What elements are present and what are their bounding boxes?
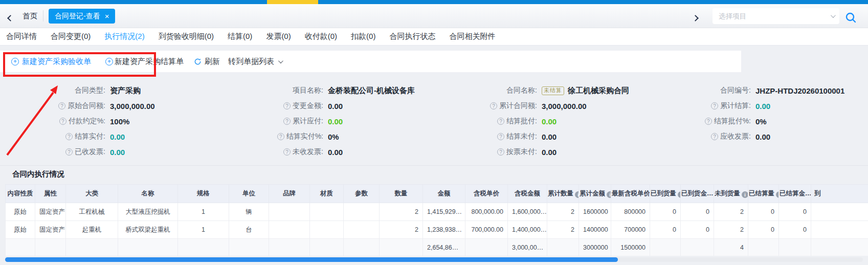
- info-icon[interactable]: i: [776, 191, 779, 198]
- table-column-header: 已结算量i: [748, 185, 779, 203]
- table-cell: 1,415,929…: [423, 203, 465, 221]
- table-cell: [310, 239, 344, 256]
- info-icon[interactable]: i: [575, 191, 579, 198]
- field-label: ?变更金额:: [220, 101, 323, 111]
- table-column-header: 规格: [178, 185, 229, 203]
- info-icon[interactable]: i: [742, 191, 748, 198]
- table-cell: 3,000,00…: [508, 239, 547, 256]
- help-icon[interactable]: ?: [497, 133, 504, 140]
- table-cell: [650, 239, 681, 256]
- table-cell: [229, 239, 269, 256]
- nav-tab[interactable]: 扣款(0): [351, 32, 375, 41]
- table-column-header: 含税金额: [508, 185, 547, 203]
- help-icon[interactable]: ?: [711, 133, 718, 140]
- table-row[interactable]: 原始固定资产起重机桥式双梁起重机1台21,238,938…700,000.001…: [6, 221, 868, 239]
- summary-field: ?已收发票:0.00: [0, 144, 220, 160]
- help-icon[interactable]: ?: [283, 102, 291, 109]
- new-asset-settlement-button[interactable]: + 新建资产采购结算单: [105, 57, 184, 67]
- project-select[interactable]: 选择项目: [713, 8, 839, 24]
- nav-tab[interactable]: 发票(0): [266, 32, 291, 41]
- nav-tab[interactable]: 合同变更(0): [51, 32, 91, 41]
- refresh-button[interactable]: 刷新: [194, 57, 220, 67]
- table-totals-row[interactable]: 2,654,86…3,000,00…300000015000004: [6, 239, 868, 256]
- nav-tab[interactable]: 合同执行状态: [389, 32, 435, 41]
- table-cell: 2: [714, 203, 748, 221]
- info-icon[interactable]: i: [607, 191, 611, 198]
- plus-circle-icon: +: [11, 58, 19, 65]
- table-cell: 固定资产: [35, 203, 66, 221]
- field-value: 3,000,000.00: [542, 102, 587, 111]
- summary-field: 合同名称:未结算徐工机械采购合同: [435, 83, 650, 98]
- help-icon[interactable]: ?: [283, 118, 291, 125]
- field-label: ?按票未付:: [435, 147, 537, 157]
- field-value: 0%: [328, 132, 339, 141]
- nav-tab[interactable]: 合同相关附件: [449, 32, 495, 41]
- table-column-header: 已到货金…i: [681, 185, 714, 203]
- search-icon[interactable]: [845, 12, 857, 26]
- new-asset-acceptance-button[interactable]: + 新建资产采购验收单: [11, 57, 91, 67]
- field-value: 3,000,000.00: [110, 102, 155, 111]
- table-cell: 0: [681, 221, 714, 239]
- nav-tab[interactable]: 结算(0): [228, 32, 252, 41]
- help-icon[interactable]: ?: [65, 148, 73, 156]
- summary-field: ?结算实付:0.00: [0, 129, 220, 144]
- table-cell: 1,238,938…: [423, 221, 465, 239]
- field-label: ?付款约定%:: [0, 117, 105, 126]
- field-label: 项目名称:: [220, 86, 323, 95]
- goto-document-list-button[interactable]: 转到单据列表: [228, 57, 282, 67]
- table-column-header: 已到货量i: [650, 185, 681, 203]
- help-icon[interactable]: ?: [283, 148, 291, 156]
- project-select-placeholder: 选择项目: [719, 12, 831, 21]
- help-icon[interactable]: ?: [711, 102, 718, 109]
- help-icon[interactable]: ?: [59, 118, 66, 125]
- table-cell: [779, 239, 811, 256]
- summary-field: ?未收发票:0.00: [220, 144, 435, 160]
- help-icon[interactable]: ?: [497, 118, 504, 125]
- back-button[interactable]: [8, 13, 13, 23]
- help-icon[interactable]: ?: [490, 102, 497, 109]
- field-label: ?原始合同额:: [0, 101, 105, 111]
- table-column-header: 内容性质: [6, 185, 35, 203]
- table-cell: [6, 239, 35, 256]
- table-cell: [344, 221, 380, 239]
- table-cell: [811, 203, 868, 221]
- help-icon[interactable]: ?: [277, 133, 284, 140]
- horizontal-scrollbar-track[interactable]: [5, 257, 863, 262]
- help-icon[interactable]: ?: [58, 102, 65, 109]
- help-icon[interactable]: ?: [497, 148, 504, 156]
- home-tab[interactable]: 首页: [23, 11, 37, 21]
- table-cell: 800000: [611, 203, 650, 221]
- table-cell: 0: [748, 203, 779, 221]
- nav-tab[interactable]: 执行情况(2): [104, 32, 144, 41]
- field-label: ?累计合同额:: [435, 101, 537, 111]
- horizontal-scrollbar-thumb[interactable]: [5, 257, 618, 262]
- active-page-tab[interactable]: 合同登记-查看 ×: [49, 9, 115, 24]
- summary-field: ?累计合同额:3,000,000.00: [435, 98, 650, 114]
- table-cell: [310, 221, 344, 239]
- table-cell: [811, 239, 868, 256]
- table-cell: 0: [748, 221, 779, 239]
- help-icon[interactable]: ?: [65, 133, 73, 140]
- info-icon[interactable]: i: [678, 191, 681, 198]
- table-column-header: 含税单价: [465, 185, 508, 203]
- nav-tab[interactable]: 合同详情: [6, 32, 37, 41]
- table-cell: [269, 221, 310, 239]
- field-value: 0.00: [755, 102, 770, 111]
- refresh-label: 刷新: [205, 57, 220, 67]
- field-value: 0.00: [328, 117, 343, 126]
- table-cell: 4: [714, 239, 748, 256]
- table-column-header: 最新含税单价: [611, 185, 650, 203]
- table-cell: 800,000.00: [465, 203, 508, 221]
- field-value: 0.00: [755, 132, 770, 141]
- table-cell: [547, 239, 579, 256]
- nav-tab[interactable]: 收付款(0): [305, 32, 337, 41]
- close-icon[interactable]: ×: [105, 12, 109, 20]
- forward-button[interactable]: [693, 13, 698, 23]
- table-row[interactable]: 原始固定资产工程机械大型液压挖掘机1辆21,415,929…800,000.00…: [6, 203, 868, 221]
- help-icon[interactable]: ?: [705, 118, 712, 125]
- table-cell: 0: [650, 221, 681, 239]
- table-cell: [681, 239, 714, 256]
- nav-tab[interactable]: 到货验收明细(0): [159, 32, 214, 41]
- summary-field: ?累计应付:0.00: [220, 114, 435, 129]
- table-cell: 1: [178, 203, 229, 221]
